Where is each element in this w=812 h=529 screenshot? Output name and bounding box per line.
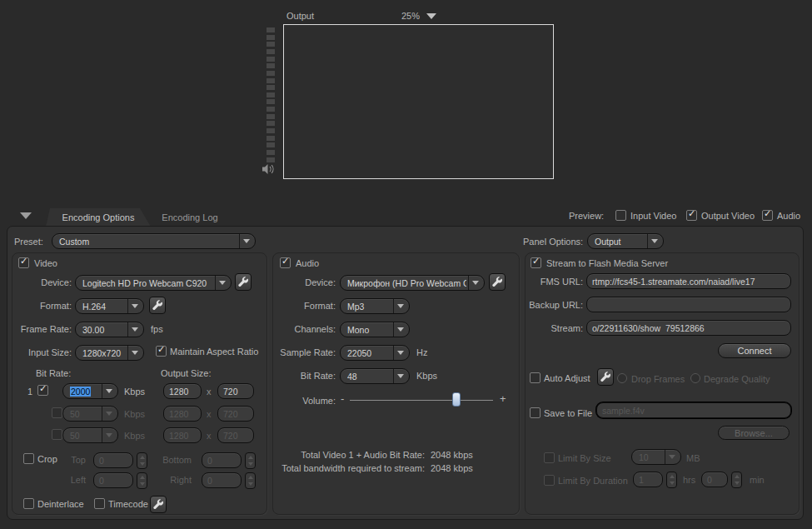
- audio-bitrate-select[interactable]: 48: [340, 368, 410, 384]
- crop-left-label: Left: [52, 475, 86, 485]
- volume-slider-thumb[interactable]: [452, 392, 461, 407]
- wrench-icon: [492, 277, 503, 287]
- channels-value: Mono: [347, 325, 391, 335]
- bitrate-2-combo[interactable]: 50: [62, 406, 118, 422]
- fms-url-label: FMS URL:: [523, 277, 583, 287]
- crop-left-stepper[interactable]: [137, 472, 147, 489]
- chevron-down-icon: [127, 322, 143, 337]
- chevron-down-icon: [647, 234, 663, 248]
- zoom-dropdown-icon[interactable]: [426, 13, 436, 19]
- timecode-label: Timecode: [108, 499, 148, 509]
- tab-encoding-log[interactable]: Encoding Log: [152, 208, 227, 227]
- auto-adjust-settings-button[interactable]: [597, 368, 614, 386]
- panel-options-select[interactable]: Output: [587, 233, 664, 249]
- wrench-icon: [238, 277, 249, 287]
- video-device-settings-button[interactable]: [235, 273, 252, 291]
- check-icon: ✓: [20, 256, 27, 266]
- video-device-value: Logitech HD Pro Webcam C920: [82, 278, 213, 288]
- channels-select[interactable]: Mono: [340, 322, 410, 337]
- duration-hours-stepper[interactable]: [666, 472, 677, 488]
- crop-checkbox[interactable]: [23, 453, 34, 464]
- video-device-select[interactable]: Logitech HD Pro Webcam C920: [75, 275, 232, 291]
- deinterlace-checkbox[interactable]: [23, 498, 34, 509]
- frame-rate-select[interactable]: 30.00: [75, 322, 144, 337]
- audio-device-value: Микрофон (HD Pro Webcam C9: [347, 278, 466, 288]
- backup-url-label: Backup URL:: [523, 300, 583, 310]
- audio-checkbox[interactable]: ✓: [280, 257, 291, 268]
- bitrate-1-unit: Kbps: [124, 387, 145, 397]
- output-x-separator: x: [207, 409, 212, 419]
- limit-size-select[interactable]: 10: [631, 449, 681, 465]
- chevron-down-icon: [665, 450, 680, 464]
- output-video-checkbox[interactable]: ✓: [686, 210, 697, 221]
- crop-right-stepper[interactable]: [245, 472, 256, 489]
- stream-to-fms-checkbox[interactable]: ✓: [531, 257, 541, 268]
- browse-button[interactable]: Browse...: [718, 426, 790, 440]
- chevron-down-icon: [393, 369, 409, 383]
- timecode-checkbox[interactable]: [94, 498, 105, 509]
- fms-url-input[interactable]: rtmp://fcs45-1.streamate.com/naiad/live1…: [586, 273, 791, 289]
- spin-up-icon: [735, 475, 740, 478]
- video-format-select[interactable]: H.264: [75, 298, 144, 314]
- audio-device-label: Device:: [275, 277, 336, 287]
- duration-minutes-stepper[interactable]: [731, 472, 742, 488]
- volume-slider-track[interactable]: [350, 400, 493, 401]
- duration-hours-input: 1: [633, 472, 663, 487]
- bitrate-3-combo[interactable]: 50: [62, 427, 118, 443]
- timecode-settings-button[interactable]: [150, 496, 167, 513]
- audio-preview-label: Audio: [777, 211, 800, 221]
- save-to-file-checkbox[interactable]: [530, 407, 541, 418]
- input-size-value: 1280x720: [82, 348, 126, 358]
- preset-label: Preset:: [14, 237, 43, 247]
- duration-minutes-input: 0: [701, 472, 728, 487]
- limit-by-size-checkbox[interactable]: [544, 452, 555, 463]
- audio-format-select[interactable]: Mp3: [340, 298, 410, 314]
- sample-rate-unit: Hz: [416, 347, 427, 357]
- bitrate-1-checkbox[interactable]: ✓: [37, 385, 48, 396]
- tab-encoding-options[interactable]: Encoding Options: [46, 208, 151, 227]
- input-size-select[interactable]: 1280x720: [75, 345, 144, 361]
- crop-bottom-stepper[interactable]: [245, 452, 256, 469]
- audio-device-select[interactable]: Микрофон (HD Pro Webcam C9: [340, 275, 485, 291]
- speaker-icon[interactable]: [262, 163, 275, 178]
- crop-top-stepper[interactable]: [137, 452, 147, 469]
- stream-name-input[interactable]: o/22911630/show 79512866: [586, 320, 791, 336]
- preview-label: Preview:: [569, 211, 604, 221]
- spin-down-icon: [140, 482, 145, 486]
- bitrate-3-checkbox[interactable]: [52, 429, 62, 440]
- volume-label: Volume:: [275, 396, 336, 406]
- output-width-1-input[interactable]: 1280: [163, 383, 202, 399]
- input-video-checkbox[interactable]: [615, 210, 626, 221]
- output-height-1-input[interactable]: 720: [217, 383, 254, 399]
- total-bitrate-value: 2048 kbps: [431, 450, 473, 460]
- maintain-aspect-checkbox[interactable]: ✓: [156, 346, 167, 357]
- crop-left-input: 0: [93, 472, 133, 488]
- volume-plus-label: +: [500, 394, 506, 404]
- degrade-quality-radio[interactable]: [690, 373, 700, 383]
- limit-size-unit: MB: [686, 453, 700, 463]
- drop-frames-radio[interactable]: [617, 373, 627, 383]
- input-video-label: Input Video: [630, 211, 676, 221]
- preset-select[interactable]: Custom: [52, 233, 256, 249]
- spin-up-icon: [140, 476, 145, 479]
- video-device-label: Device:: [12, 277, 72, 287]
- auto-adjust-checkbox[interactable]: [530, 372, 541, 383]
- backup-url-input[interactable]: [586, 297, 791, 312]
- bitrate-1-combo[interactable]: 2000: [62, 383, 118, 399]
- collapse-panel-icon[interactable]: [20, 212, 32, 219]
- limit-by-duration-checkbox[interactable]: [544, 475, 555, 486]
- bitrate-row-index: 1: [27, 387, 32, 397]
- save-file-input[interactable]: sample.f4v: [596, 402, 791, 418]
- audio-preview-checkbox[interactable]: ✓: [762, 210, 773, 221]
- video-format-settings-button[interactable]: [149, 297, 166, 314]
- connect-button[interactable]: Connect: [718, 343, 791, 358]
- sample-rate-select[interactable]: 22050: [340, 345, 410, 361]
- video-checkbox[interactable]: ✓: [18, 257, 29, 268]
- crop-bottom-input: 0: [202, 452, 242, 468]
- output-x-separator: x: [207, 431, 212, 441]
- frame-rate-unit: fps: [151, 324, 163, 334]
- audio-device-settings-button[interactable]: [489, 273, 506, 291]
- zoom-level-value[interactable]: 25%: [401, 11, 420, 21]
- bitrate-2-checkbox[interactable]: [52, 407, 62, 418]
- degrade-quality-label: Degrade Quality: [704, 374, 770, 384]
